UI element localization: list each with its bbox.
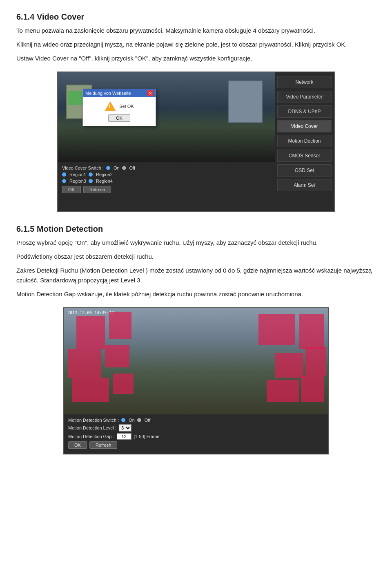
motion-block-2 — [109, 312, 131, 339]
motion-switch-row: Motion Detection Switch : On Off — [68, 418, 324, 423]
motion-block-1 — [76, 316, 105, 349]
menu-item-ddns-upnp[interactable]: DDNS & UPnP — [277, 105, 332, 118]
motion-level-select[interactable]: 3 012 45 — [119, 424, 131, 432]
radio-on-icon[interactable] — [106, 166, 110, 170]
motion-gap-range: [1-50] Frame — [134, 434, 160, 439]
radio-region3-icon[interactable] — [62, 179, 66, 183]
camera-image: Meldung von Webseite ✕ Set OK OK — [58, 72, 275, 162]
section-614-para2: Kliknij na wideo oraz przeciągnij myszą,… — [16, 40, 376, 49]
radio-region2-icon[interactable] — [89, 172, 93, 177]
section-614-para1: To menu pozwala na zasłonięcie obszaru p… — [16, 26, 376, 36]
dialog-icon-row: Set OK — [105, 101, 134, 111]
motion-off-label: Off — [145, 418, 150, 423]
radio-off-icon[interactable] — [122, 166, 126, 170]
off-label: Off — [129, 166, 135, 170]
cam-controls: Video Cover Switch : On Off Region1 Regi… — [58, 162, 275, 198]
section-615-para3: Zakres Detekcji Ruchu (Motion Detection … — [16, 266, 376, 285]
motion-switch-label: Motion Detection Switch : — [68, 418, 119, 423]
motion-block-3 — [258, 314, 295, 345]
motion-block-7 — [275, 353, 303, 378]
video-cover-switch-row: Video Cover Switch : On Off — [62, 166, 271, 170]
menu-item-video-parameter[interactable]: Video Parameter — [277, 91, 332, 103]
menu-item-motion-dection[interactable]: Motion Dection — [277, 135, 332, 147]
region3-label: Region3 — [69, 179, 86, 183]
motion-gap-label: Motion Detection Gap : — [68, 434, 114, 439]
motion-screenshot-box: 2012-12-06 14:35:17 Motion Detection Swi… — [63, 307, 329, 454]
webseite-dialog: Meldung von Webseite ✕ Set OK OK — [82, 89, 156, 126]
video-cover-screenshot: 1983-01-12 13:12:18 Meldung von Webseite… — [16, 72, 376, 212]
motion-level-label: Motion Detection Level : — [68, 425, 116, 430]
motion-ok-button[interactable]: OK — [68, 441, 87, 449]
menu-item-cmos-sensor[interactable]: CMOS Sensor — [277, 150, 332, 162]
motion-refresh-button[interactable]: Refresh — [89, 441, 118, 449]
dialog-close-icon[interactable]: ✕ — [147, 90, 153, 96]
motion-on-label: On — [129, 418, 135, 423]
motion-block-6 — [105, 345, 129, 367]
motion-block-10 — [113, 374, 134, 394]
motion-gap-input[interactable]: 12 — [117, 433, 131, 440]
motion-level-row: Motion Detection Level : 3 012 45 — [68, 424, 324, 432]
menu-item-network[interactable]: Network — [277, 76, 332, 88]
region4-label: Region4 — [96, 179, 113, 183]
motion-timestamp: 2012-12-06 14:35:17 — [67, 311, 114, 315]
on-label: On — [114, 166, 120, 170]
motion-gap-row: Motion Detection Gap : 12 [1-50] Frame — [68, 433, 324, 440]
motion-radio-on-icon[interactable] — [121, 418, 125, 422]
motion-block-12 — [301, 376, 324, 402]
refresh-button[interactable]: Refresh — [83, 186, 111, 193]
region-row-2: Region3 Region4 — [62, 179, 271, 183]
motion-ok-refresh-row: OK Refresh — [68, 441, 324, 449]
dialog-title-bar: Meldung von Webseite ✕ — [83, 89, 156, 97]
dialog-body: Set OK OK — [83, 97, 156, 126]
motion-block-8 — [305, 347, 326, 376]
motion-detection-screenshot: 2012-12-06 14:35:17 Motion Detection Swi… — [16, 307, 376, 454]
motion-block-4 — [299, 314, 324, 349]
menu-item-video-cover[interactable]: Video Cover — [277, 120, 332, 132]
section-615-para4: Motion Detection Gap wskazuje, ile klate… — [16, 289, 376, 299]
motion-block-9 — [72, 378, 109, 402]
region2-label: Region2 — [96, 172, 113, 177]
camera-area: 1983-01-12 13:12:18 Meldung von Webseite… — [58, 72, 275, 211]
region1-label: Region1 — [69, 172, 86, 177]
menu-item-osd-set[interactable]: OSD Set — [277, 164, 332, 177]
motion-radio-off-icon[interactable] — [137, 418, 141, 422]
menu-item-alarm-set[interactable]: Alarm Set — [277, 179, 332, 191]
dialog-message: Set OK — [119, 104, 134, 109]
section-615-para2: Podświetlony obszar jest obszarem detekc… — [16, 252, 376, 262]
motion-block-5 — [68, 349, 101, 378]
section-614-para3: Ustaw Video Cover na "Off", kliknij przy… — [16, 54, 376, 63]
motion-camera-area: 2012-12-06 14:35:17 — [64, 308, 328, 414]
screenshot-box: 1983-01-12 13:12:18 Meldung von Webseite… — [57, 72, 335, 212]
motion-controls: Motion Detection Switch : On Off Motion … — [64, 414, 328, 454]
video-cover-switch-label: Video Cover Switch : — [62, 166, 104, 170]
motion-block-11 — [267, 380, 299, 402]
ok-refresh-row: OK Refresh — [62, 186, 271, 193]
region-row-1: Region1 Region2 — [62, 172, 271, 177]
dialog-ok-button[interactable]: OK — [108, 114, 130, 122]
warning-icon — [105, 101, 116, 111]
radio-region4-icon[interactable] — [89, 179, 93, 183]
dialog-title: Meldung von Webseite — [85, 91, 131, 96]
side-menu: Network Video Parameter DDNS & UPnP Vide… — [275, 72, 334, 211]
section-615-heading: 6.1.5 Motion Detection — [16, 224, 376, 234]
ok-button[interactable]: OK — [62, 186, 81, 193]
section-614-heading: 6.1.4 Video Cover — [16, 12, 376, 22]
radio-region1-icon[interactable] — [62, 172, 66, 177]
section-615-para1: Proszę wybrać opcję "On", aby umożliwić … — [16, 238, 376, 248]
